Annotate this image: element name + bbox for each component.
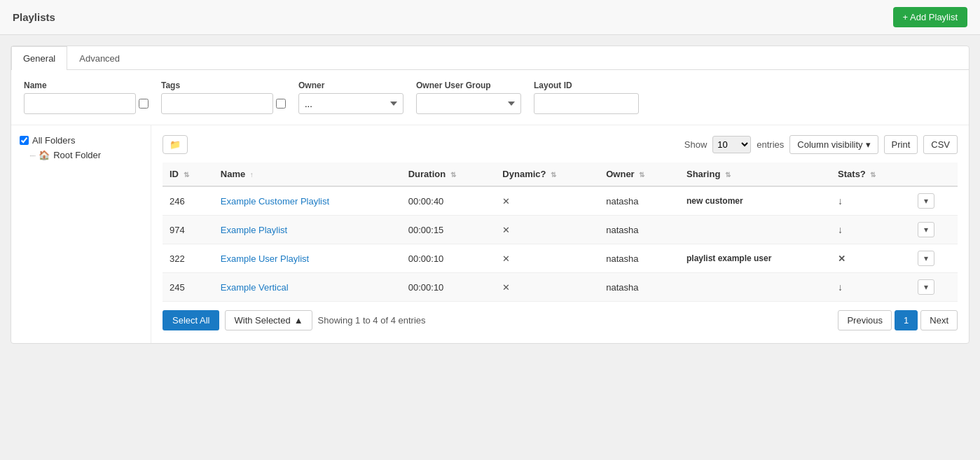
filter-layout-id-group: Layout ID bbox=[534, 81, 639, 114]
table-row: 246 Example Customer Playlist 00:00:40 ✕… bbox=[163, 186, 958, 216]
sort-name-icon[interactable]: ↑ bbox=[250, 171, 254, 179]
print-button[interactable]: Print bbox=[884, 135, 918, 154]
filter-tags-wrap bbox=[161, 93, 286, 114]
sort-stats-icon[interactable]: ⇅ bbox=[870, 171, 876, 179]
sort-dynamic-icon[interactable]: ⇅ bbox=[551, 171, 556, 179]
top-bar: Playlists + Add Playlist bbox=[0, 0, 980, 35]
add-playlist-button[interactable]: + Add Playlist bbox=[893, 7, 967, 27]
all-folders-checkbox[interactable] bbox=[20, 136, 29, 145]
root-folder-icon: 🏠 bbox=[39, 150, 50, 160]
filter-row: Name Tags Owner ... Owner User Group bbox=[11, 70, 969, 125]
cell-name[interactable]: Example User Playlist bbox=[214, 244, 401, 273]
column-visibility-button[interactable]: Column visibility ▾ bbox=[789, 135, 878, 154]
table-row: 322 Example User Playlist 00:00:10 ✕ nat… bbox=[163, 244, 958, 273]
playlist-link[interactable]: Example Customer Playlist bbox=[221, 196, 329, 207]
row-action-button[interactable]: ▾ bbox=[918, 251, 934, 266]
show-entries-select[interactable]: 10 25 50 100 bbox=[712, 136, 751, 153]
with-selected-arrow-icon: ▲ bbox=[294, 315, 303, 326]
cell-owner: natasha bbox=[599, 216, 679, 244]
cell-dynamic: ✕ bbox=[495, 244, 599, 273]
csv-button[interactable]: CSV bbox=[923, 135, 958, 154]
name-input[interactable] bbox=[24, 93, 136, 114]
tab-advanced[interactable]: Advanced bbox=[67, 46, 132, 70]
cell-name[interactable]: Example Playlist bbox=[214, 216, 401, 244]
cell-action[interactable]: ▾ bbox=[911, 273, 958, 302]
column-visibility-label: Column visibility bbox=[797, 139, 862, 150]
filter-name-label: Name bbox=[24, 81, 149, 90]
cell-name[interactable]: Example Customer Playlist bbox=[214, 186, 401, 216]
tree-dots-icon: ···· bbox=[29, 151, 35, 160]
toolbar-right: Show 10 25 50 100 entries Column visibil… bbox=[684, 135, 958, 154]
bottom-left: Select All With Selected ▲ Showing 1 to … bbox=[163, 310, 426, 330]
dynamic-icon: ✕ bbox=[502, 225, 510, 235]
cell-duration: 00:00:40 bbox=[401, 186, 496, 216]
col-id: ID ⇅ bbox=[163, 162, 214, 186]
root-folder-label: Root Folder bbox=[53, 150, 101, 160]
cell-action[interactable]: ▾ bbox=[911, 244, 958, 273]
row-action-button[interactable]: ▾ bbox=[918, 193, 934, 209]
previous-button[interactable]: Previous bbox=[838, 310, 892, 330]
folder-button[interactable]: 📁 bbox=[163, 135, 188, 154]
cell-duration: 00:00:10 bbox=[401, 244, 496, 273]
filter-owner-group: Owner ... bbox=[298, 81, 403, 114]
cell-action[interactable]: ▾ bbox=[911, 186, 958, 216]
dynamic-icon: ✕ bbox=[502, 282, 510, 293]
name-checkbox[interactable] bbox=[139, 99, 149, 109]
col-stats: Stats? ⇅ bbox=[831, 162, 911, 186]
cell-id: 322 bbox=[163, 244, 214, 273]
tags-input[interactable] bbox=[161, 93, 273, 114]
col-name: Name ↑ bbox=[214, 162, 401, 186]
row-action-button[interactable]: ▾ bbox=[918, 279, 934, 295]
select-all-button[interactable]: Select All bbox=[163, 310, 219, 330]
pagination: Previous 1 Next bbox=[838, 310, 958, 330]
showing-text: Showing 1 to 4 of 4 entries bbox=[318, 315, 426, 326]
tabs: General Advanced bbox=[11, 46, 969, 70]
entries-label: entries bbox=[757, 139, 784, 150]
sort-sharing-icon[interactable]: ⇅ bbox=[725, 171, 731, 179]
cell-stats: ↓ bbox=[831, 186, 911, 216]
playlist-link[interactable]: Example Vertical bbox=[221, 282, 289, 293]
folder-icon: 📁 bbox=[170, 139, 181, 150]
all-folders-label: All Folders bbox=[32, 135, 75, 146]
table-header-row: ID ⇅ Name ↑ Duration ⇅ Dynamic? bbox=[163, 162, 958, 186]
sidebar: All Folders ···· 🏠 Root Folder bbox=[11, 125, 151, 343]
cell-id: 246 bbox=[163, 186, 214, 216]
cell-dynamic: ✕ bbox=[495, 216, 599, 244]
show-label: Show bbox=[684, 139, 708, 150]
sort-id-icon[interactable]: ⇅ bbox=[184, 171, 189, 179]
sort-owner-icon[interactable]: ⇅ bbox=[639, 171, 644, 179]
filter-owner-user-group-group: Owner User Group bbox=[416, 81, 521, 114]
table-row: 245 Example Vertical 00:00:10 ✕ natasha … bbox=[163, 273, 958, 302]
cell-id: 974 bbox=[163, 216, 214, 244]
cell-stats: ✕ bbox=[831, 244, 911, 273]
layout-id-input[interactable] bbox=[534, 93, 639, 114]
all-folders-item[interactable]: All Folders bbox=[20, 135, 142, 146]
cell-sharing: new customer bbox=[679, 186, 831, 216]
owner-select[interactable]: ... bbox=[298, 93, 403, 114]
table-area: 📁 Show 10 25 50 100 entries Column visib… bbox=[151, 125, 969, 343]
playlist-link[interactable]: Example User Playlist bbox=[221, 253, 309, 264]
cell-owner: natasha bbox=[599, 244, 679, 273]
cell-name[interactable]: Example Vertical bbox=[214, 273, 401, 302]
playlist-link[interactable]: Example Playlist bbox=[221, 225, 287, 235]
tags-checkbox[interactable] bbox=[276, 99, 286, 109]
page-1-button[interactable]: 1 bbox=[895, 310, 918, 330]
owner-user-group-select[interactable] bbox=[416, 93, 521, 114]
filter-name-group: Name bbox=[24, 81, 149, 114]
chevron-down-icon: ▾ bbox=[866, 139, 871, 150]
root-folder-item[interactable]: ···· 🏠 Root Folder bbox=[20, 150, 142, 160]
sort-duration-icon[interactable]: ⇅ bbox=[450, 171, 456, 179]
with-selected-button[interactable]: With Selected ▲ bbox=[225, 310, 312, 330]
main-card: General Advanced Name Tags Owner ... Own… bbox=[11, 46, 969, 344]
dynamic-icon: ✕ bbox=[502, 253, 510, 264]
filter-layout-id-label: Layout ID bbox=[534, 81, 639, 90]
next-button[interactable]: Next bbox=[920, 310, 958, 330]
cell-id: 245 bbox=[163, 273, 214, 302]
cell-dynamic: ✕ bbox=[495, 186, 599, 216]
stats-icon: ↓ bbox=[838, 224, 843, 235]
cell-action[interactable]: ▾ bbox=[911, 216, 958, 244]
filter-tags-label: Tags bbox=[161, 81, 286, 90]
row-action-button[interactable]: ▾ bbox=[918, 222, 934, 237]
tab-general[interactable]: General bbox=[11, 46, 67, 70]
cell-duration: 00:00:10 bbox=[401, 273, 496, 302]
